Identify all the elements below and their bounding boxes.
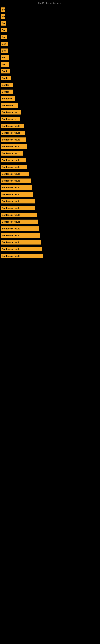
bar-22: Bottleneck result: [1, 158, 26, 162]
bar-row: Bottleneck result: [1, 178, 100, 183]
bar-label-2: Bott: [2, 22, 6, 24]
bar-12: Bottlen: [1, 90, 13, 94]
bar-23: Bottleneck result: [1, 165, 27, 169]
bar-label-18: Bottleneck result: [2, 132, 20, 134]
bar-label-23: Bottleneck result: [2, 166, 20, 168]
bar-row: Bottleneck result: [1, 254, 100, 258]
bar-label-25: Bottleneck result: [2, 180, 20, 182]
bar-row: Bottleneck result: [1, 144, 100, 149]
bar-row: Bottleneck re: [1, 117, 100, 121]
bar-label-8: Bott: [2, 63, 6, 66]
bar-label-0: Bo: [2, 8, 4, 11]
bar-row: Bottlen: [1, 90, 100, 94]
bar-27: Bottleneck result: [1, 192, 33, 196]
bar-label-35: Bottleneck result: [2, 248, 20, 250]
bar-row: Bottleneck result: [1, 206, 100, 210]
bar-0: Bo: [1, 8, 4, 12]
bar-row: Bott: [1, 48, 100, 53]
bar-label-14: Bottleneck r: [2, 104, 15, 107]
bar-row: Bottl: [1, 69, 100, 74]
bar-label-3: Bott: [2, 29, 6, 32]
bar-20: Bottleneck result: [1, 144, 27, 149]
bar-1: Bo: [1, 14, 4, 19]
bar-8: Bott: [1, 62, 9, 66]
site-title: TheBottlenecker.com: [0, 0, 100, 6]
bar-row: Bott: [1, 42, 100, 46]
bar-row: Bottleneck r: [1, 103, 100, 108]
bar-label-27: Bottleneck result: [2, 193, 20, 196]
bar-label-15: Bottleneck resu: [2, 111, 18, 114]
bar-3: Bott: [1, 28, 7, 32]
bar-label-13: Bottlenec: [2, 98, 12, 100]
bar-label-17: Bottleneck result: [2, 125, 20, 127]
bar-2: Bott: [1, 21, 6, 26]
bar-row: Bottleneck result: [1, 158, 100, 162]
bar-label-9: Bottl: [2, 70, 7, 72]
bar-label-1: Bo: [2, 15, 4, 18]
bar-row: Bott: [1, 55, 100, 60]
bar-label-11: Bottlen: [2, 84, 9, 86]
bar-label-36: Bottleneck result: [2, 255, 20, 257]
bar-row: Bottleneck result: [1, 213, 100, 217]
bar-6: Bott: [1, 48, 8, 53]
bar-34: Bottleneck result: [1, 240, 41, 244]
bar-label-26: Bottleneck result: [2, 186, 20, 189]
bar-label-7: Bott: [2, 56, 6, 59]
bar-label-29: Bottleneck result: [2, 207, 20, 209]
bar-row: Bo: [1, 8, 100, 12]
bar-row: Bottleneck result: [1, 185, 100, 190]
bar-16: Bottleneck re: [1, 117, 20, 121]
bar-19: Bottleneck result: [1, 138, 26, 142]
bar-label-16: Bottleneck re: [2, 118, 16, 120]
bar-row: Bott: [1, 21, 100, 26]
bar-35: Bottleneck result: [1, 247, 42, 251]
bar-row: Bo: [1, 14, 100, 19]
bar-label-5: Bott: [2, 43, 6, 45]
bar-label-19: Bottleneck result: [2, 138, 20, 141]
bar-29: Bottleneck result: [1, 206, 35, 210]
bar-4: Bott: [1, 35, 7, 39]
bar-row: Bottleneck result: [1, 240, 100, 244]
bar-36: Bottleneck result: [1, 254, 43, 258]
bar-row: Bottleneck result: [1, 192, 100, 196]
bar-row: Bott: [1, 62, 100, 66]
bar-row: Bott: [1, 35, 100, 39]
bar-11: Bottlen: [1, 83, 13, 87]
bar-row: Bottleneck resu: [1, 151, 100, 156]
bar-label-12: Bottlen: [2, 90, 9, 93]
bar-row: Bottleneck resu: [1, 110, 100, 114]
bar-25: Bottleneck result: [1, 178, 31, 183]
bar-label-20: Bottleneck result: [2, 145, 20, 148]
bar-row: Bottleneck result: [1, 199, 100, 204]
bar-label-28: Bottleneck result: [2, 200, 20, 202]
bar-10: Bottle: [1, 76, 11, 80]
bar-label-10: Bottle: [2, 77, 8, 79]
bar-row: Bottleneck result: [1, 220, 100, 224]
bar-18: Bottleneck result: [1, 130, 25, 135]
bar-row: Bottleneck result: [1, 165, 100, 169]
bar-label-24: Bottleneck result: [2, 173, 20, 175]
bar-15: Bottleneck resu: [1, 110, 21, 114]
bar-row: Bottleneck result: [1, 226, 100, 231]
bar-label-4: Bott: [2, 36, 6, 38]
bar-row: Bottlenec: [1, 96, 100, 101]
bar-row: Bottleneck result: [1, 172, 100, 176]
bars-container: BoBoBottBottBottBottBottBottBottBottlBot…: [0, 6, 100, 258]
bar-32: Bottleneck result: [1, 226, 39, 231]
bar-label-33: Bottleneck result: [2, 234, 20, 237]
bar-label-34: Bottleneck result: [2, 241, 20, 244]
bar-row: Bott: [1, 28, 100, 32]
bar-label-6: Bott: [2, 50, 6, 52]
bar-row: Bottleneck result: [1, 130, 100, 135]
bar-33: Bottleneck result: [1, 233, 40, 238]
bar-row: Bottleneck result: [1, 124, 100, 128]
bar-21: Bottleneck resu: [1, 151, 23, 156]
bar-label-21: Bottleneck resu: [2, 152, 18, 154]
bar-row: Bottleneck result: [1, 138, 100, 142]
bar-label-32: Bottleneck result: [2, 228, 20, 230]
bar-label-22: Bottleneck result: [2, 159, 20, 162]
bar-7: Bott: [1, 55, 9, 60]
bar-24: Bottleneck result: [1, 172, 29, 176]
bar-28: Bottleneck result: [1, 199, 35, 204]
bar-row: Bottlen: [1, 83, 100, 87]
